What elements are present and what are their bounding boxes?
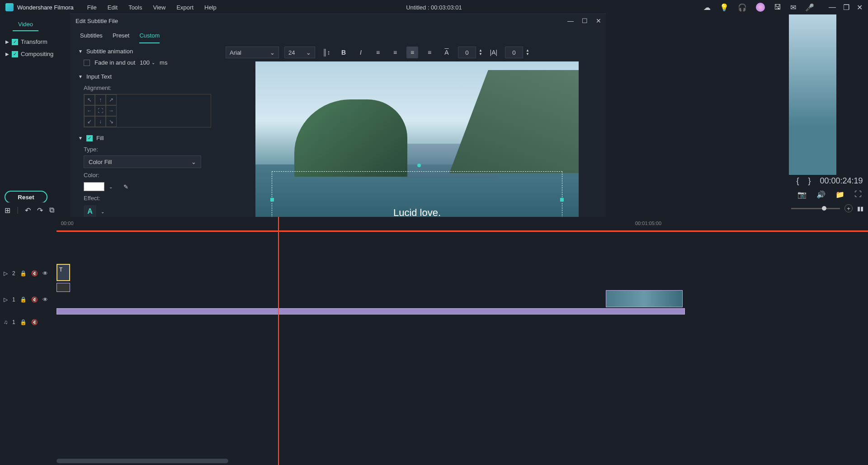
- eyedropper-icon[interactable]: ✎: [123, 183, 128, 190]
- horizontal-scrollbar[interactable]: [57, 459, 228, 463]
- align-bl[interactable]: ↙: [84, 116, 95, 127]
- font-select[interactable]: Arial ⌄: [226, 47, 279, 58]
- text-color-button[interactable]: A: [441, 47, 453, 58]
- visibility-icon[interactable]: 👁: [42, 270, 48, 277]
- mute-icon[interactable]: 🔇: [31, 296, 38, 303]
- fill-checkbox[interactable]: ✓: [86, 135, 93, 141]
- lightbulb-icon[interactable]: 💡: [720, 3, 729, 12]
- menu-file[interactable]: File: [87, 4, 97, 11]
- camera-icon[interactable]: 📷: [797, 190, 807, 199]
- user-avatar[interactable]: [756, 3, 765, 12]
- bold-button[interactable]: B: [338, 47, 349, 58]
- minimize-icon[interactable]: —: [829, 3, 836, 12]
- close-icon[interactable]: ✕: [857, 3, 863, 12]
- modal-maximize-icon[interactable]: ☐: [582, 17, 588, 24]
- menu-view[interactable]: View: [153, 4, 165, 11]
- tab-subtitles[interactable]: Subtitles: [80, 32, 103, 43]
- audio-track-1[interactable]: ♫ 1 🔒 🔇: [0, 315, 868, 330]
- align-b[interactable]: ↓: [95, 116, 106, 127]
- track-toggle-icon[interactable]: ▷: [4, 270, 8, 277]
- video-track-2[interactable]: ▷ 2 🔒 🔇 👁: [0, 262, 868, 285]
- tracking-icon[interactable]: |A|: [488, 47, 500, 58]
- align-r[interactable]: →: [106, 105, 117, 116]
- reset-button[interactable]: Reset: [5, 191, 47, 203]
- maximize-icon[interactable]: ❐: [843, 3, 849, 12]
- line-height-icon[interactable]: ║↕: [321, 47, 332, 58]
- property-compositing[interactable]: ▶ ✓ Compositing: [4, 48, 66, 60]
- lock-icon[interactable]: 🔒: [20, 319, 27, 325]
- align-t[interactable]: ↑: [95, 94, 106, 105]
- video-clip[interactable]: [606, 290, 683, 307]
- folder-icon[interactable]: 📁: [835, 190, 844, 199]
- tracking-input[interactable]: [505, 47, 523, 58]
- save-icon[interactable]: 🖫: [774, 3, 781, 11]
- lock-icon[interactable]: 🔒: [20, 270, 27, 277]
- fade-checkbox[interactable]: [84, 60, 90, 66]
- menu-help[interactable]: Help: [204, 4, 217, 11]
- zoom-in-icon[interactable]: +: [844, 204, 853, 212]
- video-preview[interactable]: Lucid love.: [255, 61, 579, 233]
- checkbox-on[interactable]: ✓: [12, 39, 18, 45]
- align-l[interactable]: ←: [84, 105, 95, 116]
- speaker-icon[interactable]: 🔊: [816, 190, 826, 199]
- letter-spacing-input[interactable]: [458, 47, 476, 58]
- tab-preset[interactable]: Preset: [113, 32, 130, 43]
- resize-handle-left[interactable]: [270, 198, 274, 202]
- italic-button[interactable]: I: [355, 47, 367, 58]
- modal-minimize-icon[interactable]: —: [567, 17, 574, 24]
- align-br[interactable]: ↘: [106, 116, 117, 127]
- bracket-close-icon[interactable]: }: [808, 176, 811, 186]
- undo-icon[interactable]: ↶: [25, 206, 31, 215]
- fade-value[interactable]: 100: [140, 59, 150, 66]
- checkbox-on[interactable]: ✓: [12, 51, 18, 57]
- menu-export[interactable]: Export: [176, 4, 193, 11]
- headphones-icon[interactable]: 🎧: [738, 3, 747, 12]
- resize-handle-right[interactable]: [560, 198, 564, 202]
- crop-icon[interactable]: ⧉: [49, 206, 54, 214]
- mute-icon[interactable]: 🔇: [31, 270, 38, 277]
- property-transform[interactable]: ▶ ✓ Transform: [4, 36, 66, 48]
- align-tr[interactable]: ↗: [106, 94, 117, 105]
- tracking-spinner[interactable]: ▲▼: [505, 47, 529, 58]
- tab-video[interactable]: Video: [13, 18, 38, 31]
- chevron-down-icon[interactable]: ⌄: [109, 184, 113, 189]
- visibility-icon[interactable]: 👁: [42, 296, 48, 303]
- font-size-select[interactable]: 24 ⌄: [284, 47, 315, 58]
- rotate-handle[interactable]: [417, 164, 421, 167]
- effect-preview[interactable]: A: [84, 205, 96, 218]
- tab-custom[interactable]: Custom: [139, 32, 160, 43]
- main-ruler[interactable]: 00:00 00:01:05:00: [57, 221, 868, 231]
- align-right-button[interactable]: ≡: [406, 47, 418, 58]
- color-swatch[interactable]: [84, 182, 104, 191]
- main-playhead[interactable]: [278, 217, 279, 465]
- align-center-button[interactable]: ≡: [389, 47, 401, 58]
- grid-icon[interactable]: ⊞: [5, 206, 10, 215]
- chevron-down-icon[interactable]: ⌄: [101, 209, 104, 214]
- music-icon[interactable]: ♫: [4, 319, 8, 325]
- chevron-down-icon[interactable]: ⌄: [151, 60, 155, 65]
- section-input-text[interactable]: ▼ Input Text: [78, 73, 211, 80]
- redo-icon[interactable]: ↷: [37, 206, 43, 215]
- track-toggle-icon[interactable]: ▷: [4, 296, 8, 303]
- expand-icon[interactable]: ⛶: [854, 190, 862, 199]
- bracket-open-icon[interactable]: {: [796, 176, 799, 186]
- cloud-icon[interactable]: ☁: [703, 3, 711, 12]
- lock-icon[interactable]: 🔒: [20, 296, 27, 303]
- align-tl[interactable]: ↖: [84, 94, 95, 105]
- mail-icon[interactable]: ✉: [790, 3, 796, 12]
- align-left-button[interactable]: ≡: [372, 47, 384, 58]
- align-center[interactable]: ⛶: [95, 105, 106, 116]
- section-animation[interactable]: ▼ Subtitle animation: [78, 48, 211, 55]
- modal-close-icon[interactable]: ✕: [596, 17, 601, 24]
- menu-edit[interactable]: Edit: [108, 4, 118, 11]
- mic-icon[interactable]: 🎤: [805, 3, 814, 12]
- video-track-1[interactable]: ▷ 1 🔒 🔇 👁: [0, 288, 868, 311]
- audio-clip[interactable]: [57, 308, 685, 315]
- text-clip-selected[interactable]: [57, 264, 70, 281]
- menu-tools[interactable]: Tools: [128, 4, 142, 11]
- waveform-icon[interactable]: ▮▮: [857, 205, 863, 212]
- mute-icon[interactable]: 🔇: [31, 319, 38, 325]
- align-justify-button[interactable]: ≡: [424, 47, 435, 58]
- letter-spacing-spinner[interactable]: ▲▼: [458, 47, 482, 58]
- section-fill[interactable]: ▼ ✓ Fill: [78, 135, 211, 141]
